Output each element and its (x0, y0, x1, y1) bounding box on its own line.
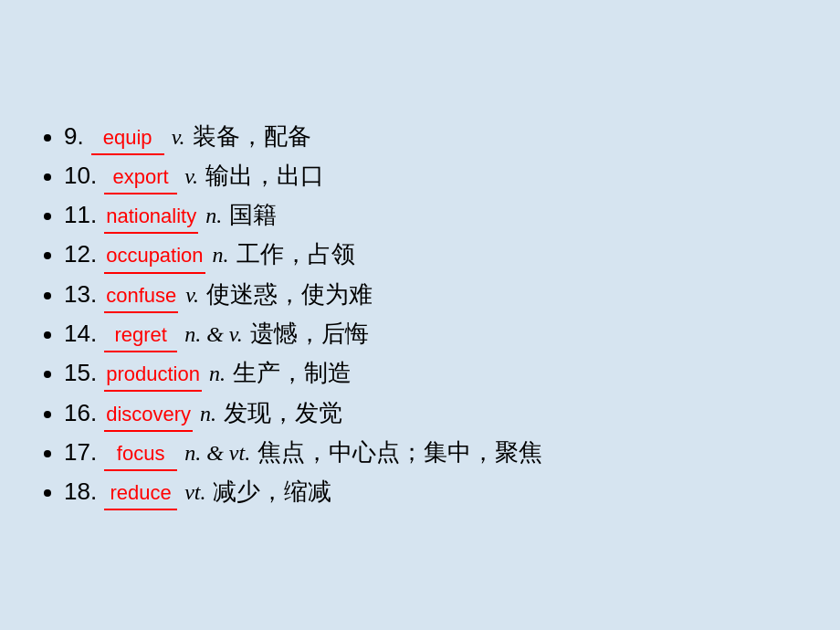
definition-text: 装备，配备 (193, 119, 311, 155)
list-item: 16.discoveryn.发现，发觉 (64, 394, 803, 432)
definition-text: 减少，缩减 (213, 474, 331, 510)
part-of-speech: vt. (184, 476, 205, 509)
item-number: 17. (64, 434, 97, 470)
item-number: 16. (64, 394, 97, 431)
item-number: 18. (64, 473, 97, 509)
list-item: 11.nationalityn.国籍 (64, 196, 803, 234)
vocabulary-list: 9.equipv.装备，配备10.exportv.输出，出口11.nationa… (37, 118, 803, 513)
part-of-speech: n. & vt. (184, 436, 250, 470)
vocabulary-word: focus (104, 438, 177, 471)
list-item: 12.occupationn.工作，占领 (64, 236, 803, 273)
item-number: 11. (64, 196, 97, 233)
list-item: 10.exportv.输出，出口 (64, 157, 803, 194)
vocabulary-word: production (104, 359, 202, 392)
vocabulary-word: reduce (104, 478, 177, 510)
list-item: 15.productionn.生产，制造 (64, 354, 803, 392)
part-of-speech: v. (185, 278, 199, 312)
part-of-speech: n. (209, 357, 226, 391)
vocabulary-word: nationality (104, 201, 198, 234)
item-number: 14. (64, 315, 97, 352)
part-of-speech: n. (213, 238, 229, 272)
part-of-speech: n. (205, 199, 222, 233)
part-of-speech: v. (184, 160, 198, 194)
vocabulary-word: export (104, 162, 177, 194)
vocabulary-word: discovery (104, 399, 193, 432)
definition-text: 遗憾，后悔 (250, 316, 369, 352)
item-number: 10. (64, 157, 97, 194)
definition-text: 焦点，中心点；集中，聚焦 (257, 435, 542, 471)
list-item: 9.equipv.装备，配备 (64, 118, 803, 155)
definition-text: 使迷惑，使为难 (206, 277, 373, 313)
part-of-speech: v. (172, 121, 185, 154)
definition-text: 工作，占领 (236, 236, 355, 273)
definition-text: 国籍 (229, 197, 277, 234)
list-item: 13.confusev.使迷惑，使为难 (64, 276, 803, 313)
item-number: 13. (64, 276, 97, 312)
item-number: 15. (64, 354, 97, 391)
list-item: 17.focusn. & vt.焦点，中心点；集中，聚焦 (64, 434, 803, 471)
vocabulary-word: regret (104, 320, 177, 352)
vocabulary-word: occupation (104, 240, 205, 273)
list-item: 14.regretn. & v.遗憾，后悔 (64, 315, 803, 352)
definition-text: 输出，出口 (205, 158, 324, 194)
item-number: 12. (64, 236, 97, 272)
definition-text: 生产，制造 (233, 355, 352, 392)
part-of-speech: n. (200, 397, 216, 431)
part-of-speech: n. & v. (184, 318, 243, 352)
vocabulary-word: equip (91, 122, 164, 155)
list-item: 18.reducevt.减少，缩减 (64, 473, 803, 510)
vocabulary-word: confuse (104, 280, 178, 313)
item-number: 9. (64, 118, 84, 154)
definition-text: 发现，发觉 (224, 395, 342, 432)
